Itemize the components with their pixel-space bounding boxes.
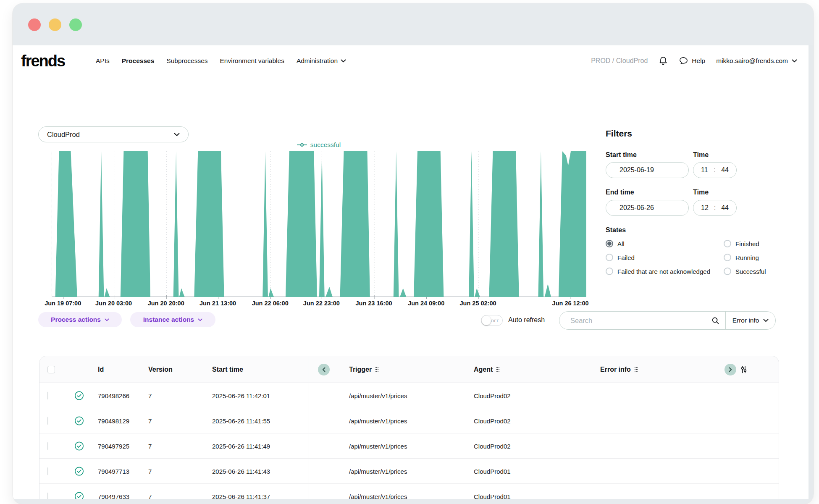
legend-label: successful	[310, 141, 341, 149]
column-header-error-info[interactable]: Error info	[600, 366, 638, 373]
table-row[interactable]: 79049763372025-06-26 11:41:37/api/muster…	[39, 484, 779, 499]
search-field-select[interactable]: Error info	[726, 317, 775, 324]
states-label: States	[606, 226, 626, 234]
row-checkbox[interactable]	[47, 492, 48, 499]
column-header-id[interactable]: Id	[98, 366, 104, 373]
end-date-input[interactable]: 2025-06-26	[606, 200, 689, 216]
radio-all[interactable]	[606, 240, 613, 247]
select-all-checkbox[interactable]	[47, 366, 55, 373]
column-header-error-info-label: Error info	[600, 366, 631, 373]
search-field-value: Error info	[732, 317, 759, 324]
cell-trigger: /api/muster/v1/prices	[349, 417, 407, 424]
table-row[interactable]: 79049771372025-06-26 11:41:43/api/muster…	[39, 459, 779, 484]
row-checkbox-cell	[47, 392, 48, 399]
chart-legend-successful[interactable]: successful	[52, 141, 586, 149]
x-axis-tick-label: Jun 24 09:00	[408, 300, 444, 307]
end-hour-value: 12	[701, 204, 709, 212]
window-zoom-button[interactable]	[69, 18, 82, 31]
nav-item-administration[interactable]: Administration	[297, 57, 346, 65]
main-nav: APIsProcessesSubprocessesEnvironment var…	[96, 55, 346, 67]
scrollbar-track[interactable]	[808, 45, 814, 499]
cell-trigger: /api/muster/v1/prices	[349, 442, 407, 449]
cell-version: 7	[148, 392, 152, 399]
drag-handle-icon[interactable]	[635, 367, 638, 372]
chevron-down-icon	[763, 319, 769, 322]
table-header-row: Id Version Start time Trigger Agent Erro…	[39, 356, 779, 383]
radio-finished[interactable]	[724, 240, 731, 247]
cell-start-time: 2025-06-26 11:41:49	[212, 442, 270, 449]
column-header-agent[interactable]: Agent	[474, 366, 499, 373]
search-button[interactable]	[711, 317, 725, 325]
cell-agent: CloudProd02	[474, 417, 511, 424]
nav-item-processes[interactable]: Processes	[122, 57, 155, 65]
nav-item-label: Environment variables	[220, 57, 284, 65]
row-status-successful	[74, 391, 84, 400]
column-header-trigger[interactable]: Trigger	[349, 366, 378, 373]
column-header-start-time[interactable]: Start time	[212, 366, 243, 373]
x-axis-tick-label: Jun 22 23:00	[303, 300, 340, 307]
scroll-columns-right-button[interactable]	[724, 364, 736, 375]
start-time-label: Start time	[606, 151, 637, 159]
radio-failed[interactable]	[606, 254, 613, 261]
nav-item-environment-variables[interactable]: Environment variables	[220, 57, 284, 65]
row-checkbox[interactable]	[47, 467, 48, 475]
x-axis-tick-label: Jun 26 12:00	[552, 300, 589, 307]
instance-actions-button[interactable]: Instance actions	[130, 312, 215, 327]
cell-agent: CloudProd02	[474, 442, 511, 449]
start-date-input[interactable]: 2025-06-19	[606, 162, 689, 178]
cell-id: 790497713	[98, 467, 129, 475]
auto-refresh-label: Auto refresh	[508, 316, 545, 324]
legend-marker-icon	[297, 143, 307, 147]
cell-agent: CloudProd01	[474, 467, 511, 475]
page-content: frends APIsProcessesSubprocessesEnvironm…	[13, 45, 814, 499]
chevron-down-icon	[105, 318, 109, 321]
cell-id: 790497925	[98, 442, 129, 449]
state-label: Failed that are not acknowledged	[617, 268, 710, 275]
table-row[interactable]: 79049792572025-06-26 11:41:49/api/muster…	[39, 433, 779, 459]
radio-successful[interactable]	[724, 268, 731, 275]
nav-item-apis[interactable]: APIs	[96, 57, 110, 65]
drag-handle-icon[interactable]	[496, 367, 499, 372]
start-time-input[interactable]: 11 : 44	[693, 162, 737, 178]
window-close-button[interactable]	[28, 18, 41, 31]
state-label: Failed	[617, 254, 635, 261]
row-checkbox[interactable]	[47, 442, 48, 450]
nav-item-subprocesses[interactable]: Subprocesses	[166, 57, 207, 65]
x-axis-tick-label: Jun 20 03:00	[95, 300, 132, 307]
process-actions-button[interactable]: Process actions	[38, 312, 122, 327]
cell-id: 790497633	[98, 493, 129, 499]
cell-version: 7	[148, 467, 152, 475]
scroll-columns-left-button[interactable]	[318, 364, 330, 375]
filters-title: Filters	[606, 129, 632, 139]
x-axis-tick-label: Jun 22 06:00	[252, 300, 289, 307]
cell-start-time: 2025-06-26 11:41:37	[212, 493, 270, 499]
end-time-input[interactable]: 12 : 44	[693, 200, 737, 216]
chevron-down-icon	[198, 318, 202, 321]
start-time-time-label: Time	[693, 151, 709, 159]
column-header-version[interactable]: Version	[148, 366, 173, 373]
help-button[interactable]: Help	[679, 56, 705, 66]
window-minimize-button[interactable]	[49, 18, 61, 31]
cell-version: 7	[148, 442, 152, 449]
table-row[interactable]: 79049812972025-06-26 11:41:55/api/muster…	[39, 408, 779, 433]
sliders-icon	[740, 365, 748, 374]
search-input[interactable]	[559, 317, 711, 325]
row-checkbox[interactable]	[47, 391, 48, 399]
state-label: Finished	[735, 240, 759, 247]
table-row[interactable]: 79049826672025-06-26 11:42:01/api/muster…	[39, 383, 779, 408]
column-settings-button[interactable]	[740, 365, 748, 374]
nav-item-label: Subprocesses	[166, 57, 207, 65]
row-checkbox[interactable]	[47, 417, 48, 425]
auto-refresh-toggle[interactable]: OFF	[481, 315, 503, 326]
row-status-successful	[74, 416, 84, 425]
cell-trigger: /api/muster/v1/prices	[349, 467, 407, 475]
environment-select[interactable]: CloudProd	[38, 126, 189, 142]
cell-agent: CloudProd02	[474, 392, 511, 399]
check-circle-icon	[74, 466, 84, 476]
frends-logo[interactable]: frends	[21, 51, 65, 71]
notifications-button[interactable]	[659, 56, 668, 66]
radio-failed-that-are-not-acknowledged[interactable]	[606, 268, 613, 275]
drag-handle-icon[interactable]	[375, 367, 378, 372]
radio-running[interactable]	[724, 254, 731, 261]
user-menu[interactable]: mikko.sairo@frends.com	[716, 57, 797, 65]
